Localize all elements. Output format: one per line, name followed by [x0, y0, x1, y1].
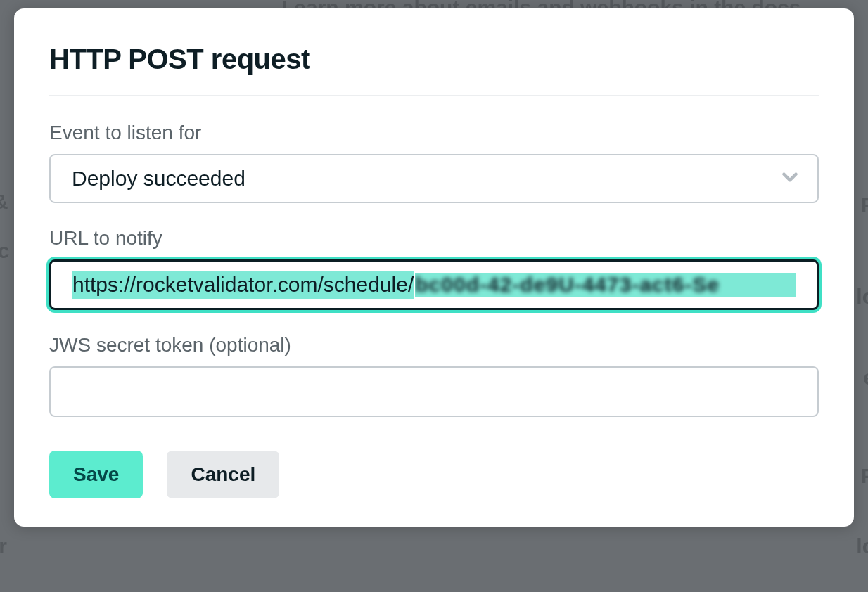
url-input-obscured: bc00d-42-de9U-4473-act6-Se — [415, 273, 796, 297]
event-select-value: Deploy succeeded — [72, 167, 245, 191]
label-url: URL to notify — [49, 227, 819, 250]
field-secret: JWS secret token (optional) — [49, 334, 819, 417]
cancel-button[interactable]: Cancel — [167, 451, 279, 498]
save-button[interactable]: Save — [49, 451, 143, 498]
event-select[interactable]: Deploy succeeded — [49, 154, 819, 203]
label-secret: JWS secret token (optional) — [49, 334, 819, 356]
modal-actions: Save Cancel — [49, 451, 819, 498]
field-event: Event to listen for Deploy succeeded — [49, 122, 819, 203]
modal-title: HTTP POST request — [49, 44, 819, 75]
url-input-value: https://rocketvalidator.com/schedule/ — [72, 271, 414, 299]
field-url: URL to notify https://rocketvalidator.co… — [49, 227, 819, 310]
url-input[interactable]: https://rocketvalidator.com/schedule/ bc… — [49, 259, 819, 310]
label-event: Event to listen for — [49, 122, 819, 144]
secret-input[interactable] — [49, 366, 819, 417]
http-post-request-modal: HTTP POST request Event to listen for De… — [14, 8, 854, 527]
divider — [49, 95, 819, 96]
